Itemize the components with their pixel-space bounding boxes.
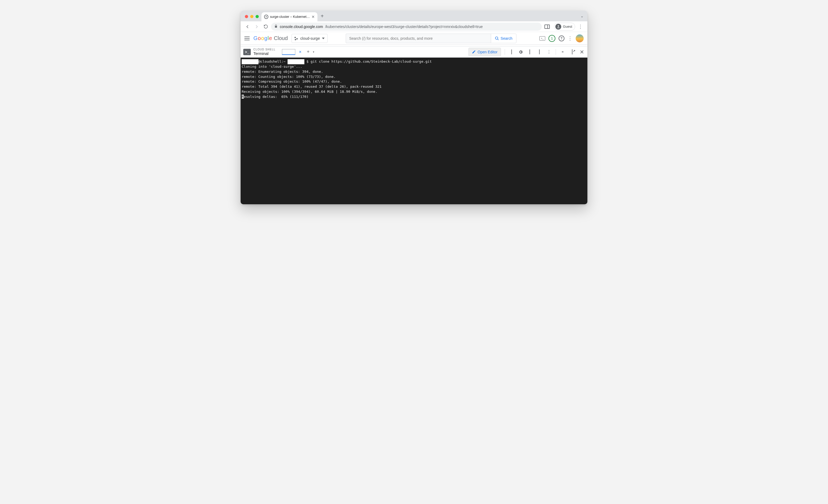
google-cloud-logo[interactable]: Google Cloud (253, 35, 288, 41)
settings-icon[interactable] (518, 50, 523, 54)
terminal-line: remote: Enumerating objects: 394, done. (242, 70, 323, 74)
global-search-input[interactable] (346, 34, 491, 43)
open-editor-label: Open Editor (478, 50, 497, 54)
cloudshell-titles: CLOUD SHELL Terminal (253, 48, 276, 56)
forward-button[interactable] (253, 23, 260, 30)
svg-point-0 (558, 25, 559, 27)
redacted-user (242, 59, 258, 64)
collapse-icon[interactable]: ⌄⌃ (560, 50, 566, 54)
close-shell-tab-icon[interactable]: × (299, 50, 301, 54)
profile-chip[interactable]: Guest (554, 23, 575, 31)
open-editor-button[interactable]: Open Editor (468, 48, 501, 56)
maximize-window-button[interactable] (255, 15, 259, 18)
cloudshell-tab-active[interactable] (282, 49, 295, 55)
help-button[interactable]: ? (558, 36, 565, 41)
svg-point-1 (495, 37, 498, 39)
close-window-button[interactable] (245, 15, 248, 18)
open-new-window-icon[interactable] (569, 50, 575, 54)
gke-subnav (241, 45, 587, 46)
terminal-cursor: R (242, 95, 244, 99)
chrome-tabstrip: surge-cluster – Kubernetes E… ✕ + ⌄ (241, 11, 587, 21)
gcp-header: Google Cloud cloud-surge Search >_ 1 ? ⋮ (241, 32, 587, 45)
new-tab-menu-icon[interactable]: ▾ (313, 50, 314, 53)
command-text: git clone https://github.com/Steinbeck-L… (310, 59, 431, 64)
trial-badge[interactable]: 1 (548, 35, 555, 42)
tab-title: surge-cluster – Kubernetes E… (270, 15, 310, 19)
search-button-label: Search (501, 36, 512, 41)
chrome-menu-button[interactable]: ⋮ (577, 23, 584, 30)
expand-tabs-icon[interactable]: ⌄ (580, 14, 584, 18)
terminal-line: remote: Compressing objects: 100% (47/47… (242, 80, 342, 83)
search-button[interactable]: Search (491, 34, 516, 43)
keyboard-icon[interactable] (509, 50, 514, 54)
new-tab-button[interactable]: + (318, 13, 327, 21)
lock-icon (274, 25, 278, 29)
project-icon (294, 37, 298, 40)
guest-avatar-icon (555, 24, 561, 30)
browser-tab[interactable]: surge-cluster – Kubernetes E… ✕ (261, 12, 318, 21)
reload-button[interactable] (262, 23, 270, 30)
chrome-toolbar: console.cloud.google.com/kubernetes/clus… (241, 21, 587, 32)
account-avatar[interactable] (576, 34, 584, 42)
url-host: console.cloud.google.com (280, 25, 323, 29)
guest-label: Guest (563, 25, 572, 29)
cloudshell-toolbar: >_ CLOUD SHELL Terminal × + ▾ Open Edito… (241, 46, 587, 57)
activate-cloudshell-button[interactable]: >_ (539, 36, 545, 41)
search-container: Search (346, 34, 516, 43)
utilities-menu-button[interactable]: ⋮ (568, 36, 573, 41)
back-button[interactable] (244, 23, 251, 30)
cloudshell-subtitle: CLOUD SHELL (253, 48, 276, 51)
cloudshell-title: Terminal (253, 51, 276, 56)
gke-favicon-icon (264, 15, 268, 19)
project-name: cloud-surge (300, 36, 320, 41)
terminal-line: Receiving objects: 100% (394/394), 60.64… (242, 90, 377, 94)
terminal-line: esolving deltas: 65% (111/170) (244, 95, 308, 99)
terminal-line: remote: Total 394 (delta 41), reused 37 … (242, 85, 381, 88)
terminal[interactable]: @cloudshell:~ $ git clone https://github… (241, 57, 587, 204)
cloud-word: Cloud (274, 35, 288, 41)
redacted-project (288, 59, 304, 64)
terminal-line: remote: Counting objects: 100% (73/73), … (242, 75, 336, 79)
toolbar-separator (505, 49, 505, 55)
close-tab-icon[interactable]: ✕ (312, 15, 315, 19)
close-shell-icon[interactable]: ✕ (579, 49, 585, 55)
web-preview-icon[interactable] (527, 50, 533, 54)
address-bar[interactable]: console.cloud.google.com/kubernetes/clus… (271, 23, 542, 31)
more-options-icon[interactable]: ⋮ (546, 50, 552, 54)
nav-menu-button[interactable] (244, 37, 250, 40)
terminal-line: Cloning into 'cloud-surge'... (242, 65, 302, 69)
new-shell-tab-button[interactable]: + (307, 49, 310, 55)
url-path: /kubernetes/clusters/details/europe-west… (325, 25, 483, 29)
project-selector[interactable]: cloud-surge (292, 34, 328, 43)
side-panel-button[interactable] (543, 23, 551, 30)
cloudshell-logo-icon: >_ (243, 49, 251, 55)
minimize-window-button[interactable] (250, 15, 253, 18)
window-controls (245, 15, 259, 18)
layout-icon[interactable] (536, 50, 542, 54)
browser-window: surge-cluster – Kubernetes E… ✕ + ⌄ cons… (241, 11, 587, 204)
